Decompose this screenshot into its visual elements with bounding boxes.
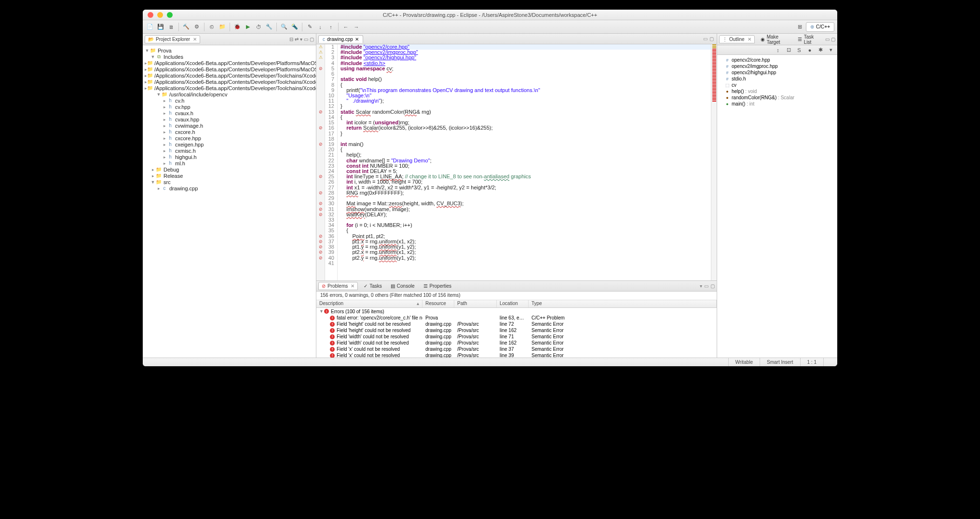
sort-icon[interactable]: ↕ [774, 46, 782, 54]
code-line[interactable]: pt2.y = rng.uniform(y1, y2); [340, 255, 711, 261]
col-path[interactable]: Path [454, 300, 497, 307]
problem-row[interactable]: !Field 'x' could not be resolveddrawing.… [316, 352, 717, 358]
error-marker-icon[interactable]: ⊘ [316, 207, 325, 212]
minimize-view-icon[interactable]: ▭ [304, 37, 308, 42]
error-marker-icon[interactable]: ⊘ [316, 66, 325, 71]
save-button[interactable]: 💾 [156, 23, 165, 31]
error-marker-icon[interactable]: ⊘ [316, 234, 325, 239]
code-line[interactable]: } [340, 131, 711, 136]
tree-item[interactable]: ▸hcxmisc.h [143, 147, 316, 154]
outline-item[interactable]: ●randomColor(RNG&) : Scalar [719, 94, 835, 101]
new-class-button[interactable]: © [207, 23, 216, 31]
error-marker-icon[interactable]: ⊘ [316, 201, 325, 206]
tree-item[interactable]: ▸hcxcore.h [143, 129, 316, 135]
tree-item[interactable]: ▼📁Prova [143, 47, 316, 53]
back-button[interactable]: ← [341, 23, 350, 31]
perspective-switcher[interactable]: ⊕C/C++ [806, 22, 834, 32]
ext-tools-button[interactable]: 🔧 [265, 23, 273, 31]
problems-table[interactable]: Description ▴ Resource Path Location Typ… [316, 300, 717, 358]
debug-button[interactable]: 🐞 [233, 23, 242, 31]
maximize-view-icon[interactable]: ▢ [310, 37, 314, 42]
toggle-mark-button[interactable]: ✎ [305, 23, 314, 31]
warning-marker-icon[interactable]: ⚠ [316, 44, 325, 50]
project-tree[interactable]: ▼📁Prova▼⧉Includes▸📁/Applications/Xcode6-… [143, 45, 316, 358]
code-line[interactable]: #include <stdio.h> [340, 61, 711, 66]
code-line[interactable]: Mat image = Mat::zeros(height, width, CV… [340, 201, 711, 206]
focus-icon[interactable]: ✱ [816, 46, 825, 54]
tree-item[interactable]: ▸📁Release [143, 173, 316, 179]
code-line[interactable] [340, 261, 711, 266]
code-line[interactable]: { [340, 228, 711, 233]
warning-marker-icon[interactable]: ⚠ [316, 50, 325, 55]
problem-row[interactable]: !Field 'height' could not be resolveddra… [316, 321, 717, 327]
new-button[interactable]: 📄 [146, 23, 154, 31]
tree-item[interactable]: ▸hcvaux.h [143, 110, 316, 116]
code-line[interactable]: imshow(wndname, image); [340, 207, 711, 212]
tree-item[interactable]: ▸📁/Applications/Xcode6-Beta.app/Contents… [143, 85, 316, 91]
col-location[interactable]: Location [497, 300, 529, 307]
code-line[interactable]: return Scalar(icolor&255, (icolor>>8)&25… [340, 125, 711, 131]
code-line[interactable]: { [340, 147, 711, 152]
tree-item[interactable]: ▸📁/Applications/Xcode6-Beta.app/Contents… [143, 79, 316, 85]
tree-item[interactable]: ▸hcvaux.hpp [143, 116, 316, 122]
properties-tab[interactable]: ☰ Properties [421, 282, 455, 290]
minimize-view-icon[interactable]: ▭ [704, 283, 708, 289]
close-icon[interactable]: ✕ [351, 283, 354, 289]
tree-item[interactable]: ▸cdrawing.cpp [143, 185, 316, 191]
outline-tab[interactable]: ⋮ Outline ✕ [719, 35, 755, 43]
link-editor-icon[interactable]: ⇄ [295, 37, 299, 42]
code-line[interactable]: RNG rng(0xFFFFFFFF); [340, 190, 711, 196]
error-marker-icon[interactable]: ⊘ [316, 250, 325, 255]
warning-marker-icon[interactable]: ⚠ [316, 55, 325, 60]
outline-item[interactable]: ⬚cv [719, 82, 835, 88]
code-line[interactable]: int i, width = 1000, height = 700; [340, 179, 711, 185]
tree-item[interactable]: ▸hcv.h [143, 97, 316, 104]
problem-row[interactable]: !Field 'height' could not be resolveddra… [316, 327, 717, 333]
task-list-tab[interactable]: ☰ Task List [795, 34, 822, 46]
outline-item[interactable]: ●help() : void [719, 88, 835, 94]
view-menu-icon[interactable]: ▾ [300, 37, 302, 42]
collapse-all-icon[interactable]: ⊟ [289, 37, 293, 42]
error-marker-icon[interactable]: ⊘ [316, 244, 325, 250]
prev-annotation-button[interactable]: ↑ [327, 23, 335, 31]
new-folder-button[interactable]: 📁 [218, 23, 227, 31]
close-icon[interactable]: ✕ [748, 37, 751, 42]
tree-item[interactable]: ▸📁Debug [143, 166, 316, 173]
minimize-editor-icon[interactable]: ▭ [703, 36, 708, 41]
code-line[interactable]: for (i = 0; i < NUMBER; i++) [340, 223, 711, 228]
code-line[interactable]: #include "opencv2/highgui.hpp" [340, 55, 711, 60]
open-type-button[interactable]: 🔍 [280, 23, 288, 31]
problem-row[interactable]: !Field 'width' could not be resolveddraw… [316, 340, 717, 346]
build-config-button[interactable]: ⚙ [192, 23, 201, 31]
tree-item[interactable]: ▼⧉Includes [143, 53, 316, 60]
build-button[interactable]: 🔨 [182, 23, 191, 31]
problems-tab[interactable]: ⊘ Problems ✕ [318, 282, 358, 290]
error-marker-icon[interactable]: ⊘ [316, 255, 325, 261]
code-line[interactable]: int main() [340, 142, 711, 147]
outline-item[interactable]: #opencv2/imgproc.hpp [719, 63, 835, 69]
view-menu-icon[interactable]: ▾ [827, 46, 835, 54]
close-icon[interactable]: ✕ [355, 37, 359, 42]
code-line[interactable]: } [340, 104, 711, 109]
maximize-view-icon[interactable]: ▢ [831, 37, 835, 42]
outline-item[interactable]: #opencv2/core.hpp [719, 57, 835, 63]
maximize-view-icon[interactable]: ▢ [710, 283, 715, 289]
error-marker-icon[interactable]: ⊘ [316, 190, 325, 196]
col-resource[interactable]: Resource [422, 300, 454, 307]
code-line[interactable]: waitKey(DELAY); [340, 212, 711, 217]
editor-tab-drawing[interactable]: c drawing.cpp ✕ [318, 35, 363, 43]
code-line[interactable] [340, 71, 711, 77]
maximize-editor-icon[interactable]: ▢ [709, 36, 714, 41]
console-tab[interactable]: ▤ Console [388, 282, 418, 290]
tree-item[interactable]: ▸hcxeigen.hpp [143, 141, 316, 147]
tree-item[interactable]: ▼📁src [143, 179, 316, 185]
code-line[interactable]: using namespace cv; [340, 66, 711, 71]
errors-group[interactable]: ▼!Errors (100 of 156 items) [316, 308, 717, 315]
tree-item[interactable]: ▸📁/Applications/Xcode6-Beta.app/Contents… [143, 60, 316, 66]
error-marker-icon[interactable]: ⊘ [316, 109, 325, 115]
tree-item[interactable]: ▸hml.h [143, 160, 316, 166]
minimize-view-icon[interactable]: ▭ [825, 37, 830, 42]
problem-row[interactable]: !Field 'width' could not be resolveddraw… [316, 333, 717, 340]
outline-item[interactable]: #stdio.h [719, 76, 835, 82]
code-line[interactable]: " ./drawing\n"); [340, 98, 711, 104]
